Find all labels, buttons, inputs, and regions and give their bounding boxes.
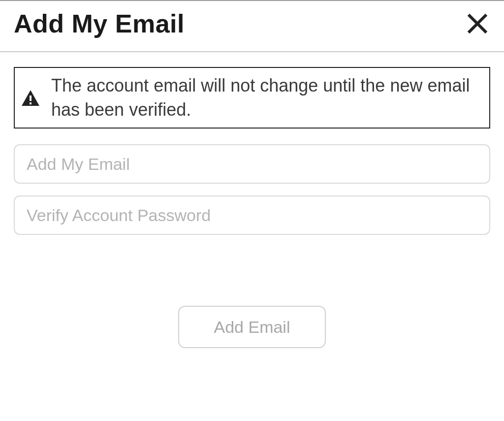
close-button[interactable] xyxy=(465,11,490,36)
close-icon xyxy=(467,13,488,34)
add-email-button[interactable]: Add Email xyxy=(178,306,326,348)
dialog-title: Add My Email xyxy=(14,9,185,38)
password-input[interactable] xyxy=(14,195,490,235)
add-email-dialog: Add My Email The account email will not … xyxy=(0,0,504,421)
dialog-header: Add My Email xyxy=(0,1,504,52)
dialog-body: The account email will not change until … xyxy=(0,52,504,348)
svg-rect-4 xyxy=(30,102,32,104)
warning-icon xyxy=(22,89,39,107)
warning-message: The account email will not change until … xyxy=(51,74,479,122)
svg-rect-3 xyxy=(30,96,32,101)
verification-warning: The account email will not change until … xyxy=(14,67,490,129)
email-input[interactable] xyxy=(14,144,490,184)
submit-row: Add Email xyxy=(14,306,490,348)
